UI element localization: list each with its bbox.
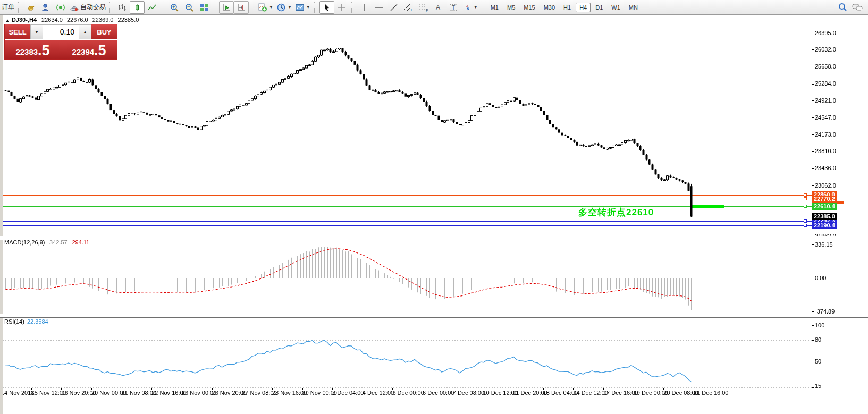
- add-indicator-icon[interactable]: ▼: [256, 1, 275, 14]
- symbol-period: DJ30-,H4: [12, 16, 37, 23]
- arrows-icon[interactable]: ▼: [461, 1, 479, 14]
- axis-tick-label: 26032.0: [815, 46, 836, 53]
- sell-price-pips: .5: [38, 44, 50, 57]
- time-tick-label: 14 Dec 12:00: [573, 390, 608, 396]
- algo-trading-label: 自动交易: [80, 3, 106, 12]
- timeframe-button-w1[interactable]: W1: [608, 3, 624, 12]
- timeframe-button-m5[interactable]: M5: [503, 3, 519, 12]
- timeframe-button-m15[interactable]: M15: [520, 3, 538, 12]
- algo-trading-button[interactable]: 自动交易: [68, 1, 107, 14]
- timeframe-button-h4[interactable]: H4: [576, 3, 591, 12]
- time-tick-label: 20 Nov 00:00: [91, 390, 126, 396]
- toolbar-separator: [251, 2, 255, 13]
- tile-windows-icon[interactable]: [197, 1, 212, 14]
- chart-canvas[interactable]: [0, 0, 868, 414]
- vertical-line-icon[interactable]: [357, 1, 372, 14]
- one-click-trading-panel: SELL ▼ 0.10 ▲ BUY 22383 .5 22394 .5: [4, 24, 117, 60]
- panel-divider[interactable]: [0, 314, 868, 318]
- trendline-icon[interactable]: [386, 1, 401, 14]
- time-tick-label: 22 Nov 16:00: [151, 390, 186, 396]
- axis-tick-label: 25284.0: [815, 80, 836, 87]
- buy-button[interactable]: BUY: [91, 24, 117, 39]
- sell-price-main: 22383: [15, 47, 38, 57]
- new-order-icon[interactable]: [23, 1, 38, 14]
- rsi-name: RSI(14): [4, 318, 24, 325]
- dropdown-arrow-icon: ▼: [288, 5, 292, 10]
- time-tick-label: 6 Dec 00:00: [423, 390, 454, 396]
- chat-icon[interactable]: [850, 1, 865, 14]
- time-tick-label: 11 Dec 20:00: [513, 390, 547, 396]
- zoom-out-icon[interactable]: [182, 1, 197, 14]
- search-icon[interactable]: [835, 1, 850, 14]
- timeframe-button-m1[interactable]: M1: [487, 3, 502, 12]
- crosshair-icon[interactable]: [334, 1, 349, 14]
- time-tick-label: 4 Dec 12:00: [363, 390, 394, 396]
- sell-price[interactable]: 22383 .5: [5, 40, 61, 59]
- bar-chart-icon[interactable]: [115, 1, 130, 14]
- svg-text:F: F: [426, 9, 428, 12]
- panel-divider[interactable]: [0, 236, 868, 240]
- timeframe-button-mn[interactable]: MN: [625, 3, 642, 12]
- time-tick-label: 27 Nov 08:00: [242, 390, 276, 396]
- chart-annotation[interactable]: 多空转折点22610: [578, 206, 654, 218]
- chart-title: ▲DJ30-,H4 22634.0 22676.0 22369.0 22385.…: [5, 16, 141, 23]
- toolbar-separator: [214, 2, 217, 13]
- rsi-value: 22.3584: [27, 318, 48, 325]
- time-tick-label: 6 Dec 00:00: [392, 390, 424, 396]
- cursor-icon[interactable]: [319, 1, 334, 14]
- timeframe-button-m30[interactable]: M30: [540, 3, 559, 12]
- dropdown-arrow-icon: ▼: [269, 5, 273, 10]
- candlestick-chart-icon[interactable]: [130, 1, 145, 14]
- mt5-window: 订单 自动交易 ▼ ▼ ▼ E F A T ▼: [0, 0, 868, 414]
- time-tick-label: 19 Dec 00:00: [634, 390, 668, 396]
- ohlc-close: 22385.0: [118, 16, 139, 23]
- timeframe-group: M1M5M15M30H1H4D1W1MN: [487, 3, 642, 12]
- dropdown-arrow-icon: ▼: [306, 5, 310, 10]
- price-level-label: 22190.4: [812, 222, 837, 229]
- window-left-edge: [0, 14, 3, 414]
- volume-increase-button[interactable]: ▲: [79, 24, 91, 39]
- toolbar-separator: [314, 2, 318, 13]
- line-chart-icon[interactable]: [145, 1, 159, 14]
- time-tick-label: 7 Dec 08:00: [453, 390, 484, 396]
- equidistant-channel-icon[interactable]: E: [401, 1, 416, 14]
- ohlc-low: 22369.0: [92, 16, 114, 23]
- ohlc-high: 22676.0: [67, 16, 88, 23]
- axis-tick-label: 23436.0: [815, 165, 836, 171]
- toolbar-separator: [351, 2, 355, 13]
- rsi-label: RSI(14)22.3584: [4, 318, 48, 325]
- toolbar-separator: [162, 2, 165, 13]
- axis-tick-label: 23810.0: [815, 148, 836, 154]
- text-icon[interactable]: A: [431, 1, 446, 14]
- timeframe-clock-icon[interactable]: ▼: [275, 1, 293, 14]
- volume-decrease-button[interactable]: ▼: [30, 24, 43, 39]
- text-label-icon[interactable]: T: [446, 1, 461, 14]
- signal-icon[interactable]: [53, 1, 68, 14]
- profile-icon[interactable]: [38, 1, 53, 14]
- time-tick-label: 26 Nov 20:00: [212, 390, 247, 396]
- axis-tick-label: 23062.0: [815, 182, 836, 189]
- timeframe-button-d1[interactable]: D1: [592, 3, 606, 12]
- axis-tick-label: 26395.0: [815, 30, 836, 36]
- template-icon[interactable]: ▼: [293, 1, 312, 14]
- buy-price[interactable]: 22394 .5: [61, 40, 117, 59]
- time-tick-label: 14 Nov 2018: [1, 390, 34, 396]
- time-tick-label: 26 Nov 00:00: [182, 390, 216, 396]
- time-tick-label: 3 Dec 04:00: [332, 390, 364, 396]
- horizontal-line-icon[interactable]: [372, 1, 386, 14]
- fibonacci-icon[interactable]: F: [416, 1, 431, 14]
- chart-shift-icon[interactable]: [234, 1, 249, 14]
- order-button[interactable]: 订单: [0, 3, 16, 12]
- volume-input[interactable]: 0.10: [43, 24, 79, 39]
- toolbar-separator: [482, 2, 485, 13]
- auto-scroll-icon[interactable]: [219, 1, 234, 14]
- timeframe-button-h1[interactable]: H1: [560, 3, 575, 12]
- collapse-triangle-icon[interactable]: ▲: [5, 18, 10, 23]
- sell-button[interactable]: SELL: [5, 24, 30, 39]
- time-tick-label: 30 Nov 00:00: [302, 390, 337, 396]
- axis-tick-label: 100: [815, 322, 824, 328]
- dropdown-arrow-icon: ▼: [474, 5, 478, 10]
- zoom-in-icon[interactable]: [167, 1, 182, 14]
- axis-tick-label: 24921.0: [815, 97, 836, 104]
- time-tick-label: 20 Dec 08:00: [663, 390, 698, 396]
